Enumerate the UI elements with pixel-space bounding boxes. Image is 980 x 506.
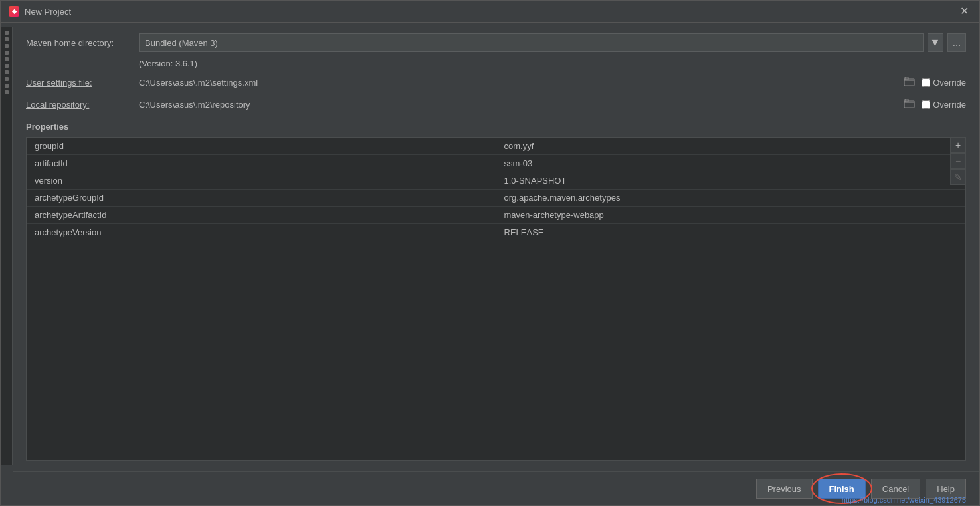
user-settings-row: User settings file: C:\Users\asus\.m2\se… (26, 75, 966, 90)
user-settings-override-checkbox[interactable] (922, 78, 930, 87)
sidebar-dot (5, 70, 9, 74)
local-repo-row: Local repository: C:\Users\asus\.m2\repo… (26, 97, 966, 112)
maven-home-field: Bundled (Maven 3) ▼ … (139, 33, 966, 52)
sidebar-dot (5, 77, 9, 81)
sidebar-dot (5, 51, 9, 55)
property-row[interactable]: archetypeVersion RELEASE (27, 224, 965, 241)
property-value: org.apache.maven.archetypes (496, 193, 966, 203)
close-button[interactable]: ✕ (957, 6, 971, 17)
main-area: Maven home directory: Bundled (Maven 3) … (13, 23, 979, 505)
left-sidebar (1, 27, 13, 465)
property-key: version (27, 176, 496, 186)
user-settings-browse-button[interactable] (903, 76, 916, 90)
sidebar-dot (5, 90, 9, 94)
maven-version-text: (Version: 3.6.1) (139, 59, 966, 68)
property-row[interactable]: version 1.0-SNAPSHOT (27, 172, 965, 190)
user-settings-override: Override (922, 78, 966, 88)
local-repo-override-checkbox[interactable] (922, 100, 930, 109)
local-repo-override: Override (922, 100, 966, 110)
property-value: com.yyf (496, 141, 966, 151)
footer: Previous Finish Cancel Help https://blog… (13, 471, 979, 505)
maven-dropdown-arrow[interactable]: ▼ (928, 33, 943, 52)
content-area: Maven home directory: Bundled (Maven 3) … (13, 23, 979, 471)
property-key: archetypeArtifactId (27, 210, 496, 220)
property-key: archetypeVersion (27, 227, 496, 237)
property-value: 1.0-SNAPSHOT (496, 176, 966, 186)
property-value: maven-archetype-webapp (496, 210, 966, 220)
local-repo-actions: Override (903, 98, 966, 112)
remove-property-button[interactable]: − (950, 153, 966, 169)
property-value: ssm-03 (496, 158, 966, 168)
maven-home-label: Maven home directory: (26, 38, 139, 48)
dialog-title: New Project (25, 7, 71, 17)
sidebar-dot (5, 57, 9, 61)
properties-wrapper: groupId com.yyf artifactId ssm-03 versio… (26, 137, 966, 461)
properties-table: groupId com.yyf artifactId ssm-03 versio… (26, 137, 966, 461)
local-repo-label: Local repository: (26, 100, 139, 110)
previous-button[interactable]: Previous (756, 479, 813, 499)
sidebar-dot (5, 37, 9, 41)
property-value: RELEASE (496, 227, 966, 237)
property-row[interactable]: groupId com.yyf (27, 138, 965, 155)
property-row[interactable]: archetypeArtifactId maven-archetype-weba… (27, 207, 965, 224)
edit-property-button[interactable]: ✎ (950, 169, 966, 185)
title-bar: ◆ New Project ✕ (1, 1, 979, 23)
property-key: groupId (27, 141, 496, 151)
property-key: archetypeGroupId (27, 193, 496, 203)
user-settings-path: C:\Users\asus\.m2\settings.xml (139, 75, 892, 90)
add-property-button[interactable]: + (950, 137, 966, 153)
properties-section-title: Properties (26, 122, 966, 132)
new-project-dialog: ◆ New Project ✕ Maven home directory: (0, 0, 980, 506)
maven-home-dropdown[interactable]: Bundled (Maven 3) (139, 33, 924, 52)
url-bar: https://blog.csdn.net/weixin_43912675 (842, 496, 966, 505)
sidebar-dot (5, 84, 9, 88)
sidebar-dot (5, 64, 9, 68)
maven-browse-button[interactable]: … (947, 33, 966, 52)
properties-rows: groupId com.yyf artifactId ssm-03 versio… (27, 138, 965, 241)
local-repo-path: C:\Users\asus\.m2\repository (139, 97, 892, 112)
table-actions: + − ✎ (950, 137, 966, 185)
user-settings-actions: Override (903, 76, 966, 90)
sidebar-dot (5, 31, 9, 35)
property-row[interactable]: artifactId ssm-03 (27, 155, 965, 172)
title-bar-left: ◆ New Project (9, 6, 71, 17)
maven-home-row: Maven home directory: Bundled (Maven 3) … (26, 33, 966, 52)
property-key: artifactId (27, 158, 496, 168)
svg-rect-1 (905, 77, 908, 80)
sidebar-dot (5, 44, 9, 48)
app-icon: ◆ (9, 6, 19, 17)
property-row[interactable]: archetypeGroupId org.apache.maven.archet… (27, 190, 965, 207)
user-settings-label: User settings file: (26, 78, 139, 88)
local-repo-browse-button[interactable] (903, 98, 916, 112)
